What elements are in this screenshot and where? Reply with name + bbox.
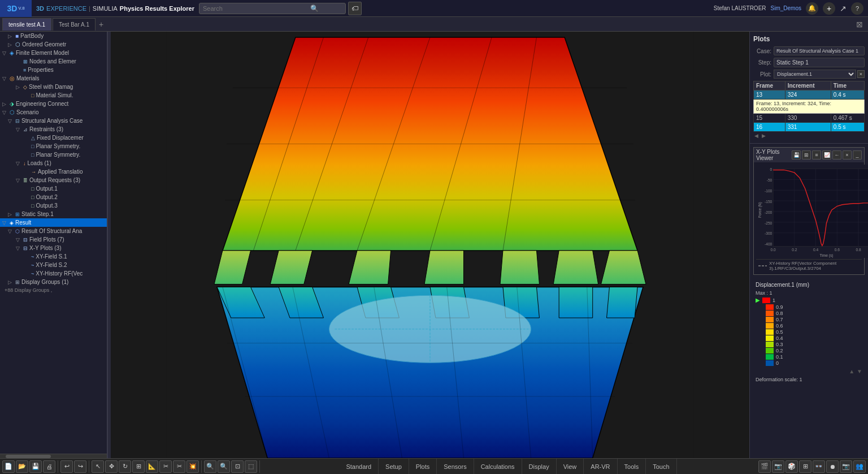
- xy-minimize[interactable]: _: [853, 150, 862, 160]
- horizontal-scrollbar[interactable]: [0, 454, 107, 458]
- add-btn[interactable]: +: [823, 2, 835, 15]
- menu-touch[interactable]: Touch: [646, 459, 676, 475]
- sidebar-item-label: XY-Field S.1: [36, 253, 67, 260]
- sidebar-item-fixed-disp[interactable]: △ Fixed Displacemer: [0, 133, 107, 142]
- tb-section[interactable]: ✂: [159, 460, 172, 473]
- tb-grid[interactable]: ⊞: [799, 460, 811, 473]
- sidebar-item-static-step[interactable]: ▷ ⊞ Static Step.1: [0, 210, 107, 218]
- menu-standard[interactable]: Standard: [339, 459, 379, 475]
- user-workspace[interactable]: Sim_Demos: [771, 5, 801, 11]
- sidebar-item-result[interactable]: ▽ ◈ Result: [0, 218, 107, 227]
- tb-rotate[interactable]: ↻: [119, 460, 131, 473]
- menu-arvr[interactable]: AR-VR: [584, 459, 617, 475]
- tb-camera[interactable]: 📷: [772, 460, 784, 473]
- xy-plot-area: 0 -50 -100 -150 -200 -250 -300 -400 0.0 …: [754, 162, 864, 274]
- menu-setup[interactable]: Setup: [379, 459, 409, 475]
- sidebar-item-output3[interactable]: □ Output.3: [0, 201, 107, 210]
- plot-select[interactable]: Displacement.1: [774, 70, 856, 79]
- tb-new[interactable]: 📄: [2, 460, 15, 473]
- tb-clip[interactable]: ✂: [173, 460, 185, 473]
- maximize-btn[interactable]: ⊠: [853, 18, 866, 31]
- tb-screenshot[interactable]: 📷: [840, 460, 852, 473]
- sidebar-item-loads[interactable]: ▽ ↓ Loads (1): [0, 159, 107, 167]
- tb-open[interactable]: 📂: [16, 460, 28, 473]
- sidebar-item-result-structural[interactable]: ▽ ⬡ Result Of Structural Ana: [0, 227, 107, 235]
- sidebar-item-engineering-connect[interactable]: ▷ ⬗ Engineering Connect: [0, 100, 107, 108]
- tb-fit[interactable]: ⊡: [231, 460, 244, 473]
- sidebar-item-display-groups[interactable]: ▷ ⊞ Display Groups (1): [0, 278, 107, 286]
- sidebar-item-planar1[interactable]: □ Planar Symmetry.: [0, 142, 107, 150]
- tb-vr[interactable]: 👓: [813, 460, 825, 473]
- tb-save[interactable]: 💾: [29, 460, 42, 473]
- scrollbar-thumb[interactable]: [6, 455, 51, 458]
- legend-bar-03: 0.3: [756, 342, 862, 347]
- xy-ctrl-chart[interactable]: 📈: [822, 150, 831, 160]
- tb-move[interactable]: ✥: [105, 460, 118, 473]
- sidebar-item-ordered-geom[interactable]: ▷ ⬡ Ordered Geometr: [0, 40, 107, 49]
- sidebar-item-planar2[interactable]: □ Planar Symmetry.: [0, 150, 107, 159]
- tb-undo[interactable]: ↩: [60, 460, 73, 473]
- sidebar-item-xy-plots[interactable]: ▽ ⊟ X-Y Plots (3): [0, 244, 107, 252]
- sidebar-item-xyhistory[interactable]: ~ XY-History RF(Vec: [0, 269, 107, 278]
- sidebar-item-xyfield1[interactable]: ~ XY-Field S.1: [0, 252, 107, 261]
- xy-ctrl-save[interactable]: 💾: [792, 150, 801, 160]
- sidebar-item-restraints[interactable]: ▽ ⊿ Restraints (3): [0, 125, 107, 133]
- sidebar-item-materials[interactable]: ▽ ◎ Materials: [0, 74, 107, 83]
- tb-print[interactable]: 🖨: [43, 460, 55, 473]
- tab-add-button[interactable]: +: [97, 20, 106, 29]
- tb-zoom-in[interactable]: 🔍: [204, 460, 216, 473]
- notifications-btn[interactable]: 🔔: [806, 2, 818, 15]
- menu-plots[interactable]: Plots: [409, 459, 437, 475]
- tb-wireframe[interactable]: ⬚: [245, 460, 257, 473]
- menu-tools[interactable]: Tools: [618, 459, 646, 475]
- sidebar-item-output-requests[interactable]: ▽ ≣ Output Requests (3): [0, 176, 107, 184]
- table-row[interactable]: 16 331 0.5 s: [754, 123, 865, 132]
- sidebar-item-material-simul[interactable]: □ Material Simul.: [0, 91, 107, 100]
- sidebar-item-applied-trans[interactable]: → Applied Translatio: [0, 167, 107, 176]
- tb-collab[interactable]: 👥: [853, 460, 866, 473]
- sidebar-item-scenario[interactable]: ▽ ⬡ Scenario: [0, 108, 107, 117]
- tb-redo[interactable]: ↪: [74, 460, 86, 473]
- search-bar[interactable]: 🔍: [199, 3, 346, 14]
- sidebar-item-field-plots[interactable]: ▽ ⊟ Field Plots (7): [0, 235, 107, 244]
- xy-ctrl-back[interactable]: ←: [832, 150, 841, 160]
- loads-icon: ↓: [23, 161, 26, 166]
- sidebar-item-steel[interactable]: ▷ ◇ Steel with Damag: [0, 83, 107, 91]
- sidebar-item-xyfield2[interactable]: ~ XY-Field S.2: [0, 261, 107, 269]
- menu-display[interactable]: Display: [522, 459, 557, 475]
- sidebar-item-output1[interactable]: □ Output.1: [0, 184, 107, 193]
- help-btn[interactable]: ?: [851, 2, 863, 15]
- table-row[interactable]: 13 324 0.4 s: [754, 91, 865, 100]
- viewport[interactable]: [111, 32, 749, 458]
- tb-record[interactable]: ⏺: [826, 460, 839, 473]
- menu-view[interactable]: View: [557, 459, 584, 475]
- search-input[interactable]: [203, 5, 310, 12]
- sidebar-item-fem[interactable]: ▽ ◈ Finite Element Model: [0, 49, 107, 57]
- legend-scroll-up[interactable]: ▲: [849, 368, 854, 374]
- tb-zoom-out[interactable]: 🔍: [218, 460, 230, 473]
- legend-bar-02: 0.2: [756, 348, 862, 354]
- menu-sensors[interactable]: Sensors: [437, 459, 474, 475]
- xy-close[interactable]: ×: [843, 150, 852, 160]
- bookmark-btn[interactable]: 🏷: [348, 2, 362, 15]
- sidebar-item-nodes[interactable]: ⊞ Nodes and Elemer: [0, 57, 107, 66]
- legend-scroll-down[interactable]: ▼: [857, 368, 862, 374]
- tb-scale[interactable]: ⊞: [132, 460, 145, 473]
- sidebar-item-output2[interactable]: □ Output.2: [0, 193, 107, 201]
- tb-select[interactable]: ↖: [92, 460, 104, 473]
- tb-render[interactable]: 🎬: [758, 460, 771, 473]
- xy-ctrl-grid[interactable]: ⊞: [802, 150, 811, 160]
- sidebar-item-partbody[interactable]: ▷ ■ PartBody: [0, 32, 107, 40]
- tab-tensile[interactable]: tensile test A.1: [2, 18, 51, 31]
- plot-btn[interactable]: ×: [857, 70, 865, 78]
- share-btn[interactable]: ↗: [840, 4, 847, 13]
- tb-explode[interactable]: 💥: [186, 460, 199, 473]
- table-row[interactable]: 15 330 0.467 s: [754, 114, 865, 123]
- sidebar-item-structural-analysis[interactable]: ▽ ⊟ Structural Analysis Case: [0, 117, 107, 125]
- xy-ctrl-legend[interactable]: ≡: [812, 150, 821, 160]
- tb-view3d[interactable]: 🎲: [785, 460, 798, 473]
- tab-testbar[interactable]: Test Bar A.1: [53, 18, 96, 31]
- menu-calculations[interactable]: Calculations: [474, 459, 522, 475]
- tb-measure[interactable]: 📐: [146, 460, 158, 473]
- sidebar-item-properties[interactable]: ≡ Properties: [0, 66, 107, 74]
